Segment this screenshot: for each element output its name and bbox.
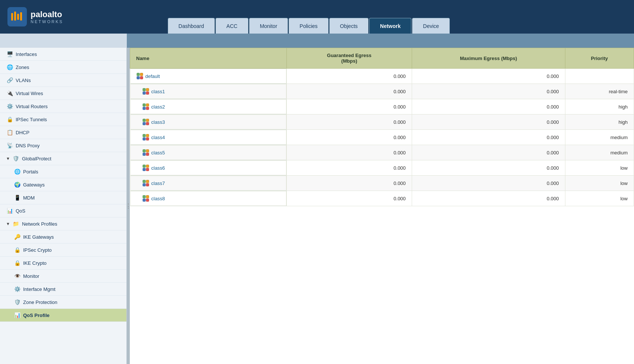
svg-rect-37 (146, 195, 149, 198)
link-class8[interactable]: class8 (151, 196, 165, 201)
sidebar-item-qos[interactable]: 📊 QoS (0, 204, 126, 217)
sidebar-label-ike-crypto: IKE Crypto (23, 260, 47, 266)
svg-rect-9 (146, 88, 149, 91)
cell-maximum-class2: 0.000 (412, 99, 565, 114)
svg-rect-31 (146, 168, 149, 171)
col-header-maximum-egress: Maximum Egress (Mbps) (412, 48, 565, 69)
sidebar-label-virtual-wires: Virtual Wires (16, 91, 43, 96)
sidebar-item-ike-crypto[interactable]: 🔒 IKE Crypto (0, 257, 126, 270)
table-row: default 0.000 0.000 (130, 69, 634, 84)
cell-name-class2: class2 (130, 99, 287, 114)
cell-name-class7: class7 (130, 176, 287, 191)
sidebar-label-qos: QoS (16, 208, 25, 214)
sidebar-item-ipsec-crypto[interactable]: 🔒 IPSec Crypto (0, 244, 126, 257)
link-class1[interactable]: class1 (151, 89, 165, 94)
cell-maximum-class7: 0.000 (412, 176, 565, 191)
svg-rect-19 (146, 122, 149, 125)
main-layout: 🖥️ Interfaces 🌐 Zones 🔗 VLANs 🔌 Virtual … (0, 48, 634, 364)
sidebar-item-network-profiles[interactable]: ▼ 📁 Network Profiles (0, 217, 126, 230)
qos-profile-table: Name Guaranteed Egress(Mbps) Maximum Egr… (130, 48, 634, 206)
cell-priority-class8: low (565, 191, 634, 206)
tab-monitor[interactable]: Monitor (249, 18, 288, 34)
sidebar-item-qos-profile[interactable]: 📊 QoS Profile (0, 309, 126, 322)
svg-rect-16 (143, 119, 145, 122)
portals-icon: 🌐 (13, 168, 21, 175)
svg-rect-35 (146, 183, 149, 186)
sidebar-label-zones: Zones (16, 65, 29, 70)
svg-rect-32 (143, 180, 145, 183)
cell-priority-class1: real-time (565, 84, 634, 99)
svg-rect-13 (146, 104, 149, 106)
qos-icon: 📊 (6, 207, 13, 214)
sub-header (127, 34, 634, 48)
svg-rect-29 (146, 165, 149, 167)
sidebar-item-zone-protection[interactable]: 🛡️ Zone Protection (0, 296, 126, 309)
cell-priority-default (565, 69, 634, 84)
link-class4[interactable]: class4 (151, 135, 165, 140)
mdm-icon: 📱 (13, 194, 21, 201)
cell-name-default: default (130, 69, 287, 84)
sidebar-item-monitor[interactable]: 👁️ Monitor (0, 270, 126, 283)
ike-gateways-icon: 🔑 (13, 233, 21, 241)
sidebar-label-virtual-routers: Virtual Routers (16, 104, 48, 109)
sidebar-item-dhcp[interactable]: 📋 DHCP (0, 126, 126, 139)
link-class7[interactable]: class7 (151, 181, 165, 186)
link-class2[interactable]: class2 (151, 104, 165, 110)
sidebar-item-ipsec-tunnels[interactable]: 🔒 IPSec Tunnels (0, 113, 126, 126)
tab-dashboard[interactable]: Dashboard (168, 18, 215, 34)
tab-device[interactable]: Device (412, 18, 450, 34)
globalprotect-toggle[interactable]: ▼ (6, 156, 10, 161)
sidebar-item-zones[interactable]: 🌐 Zones (0, 61, 126, 74)
cell-priority-class2: high (565, 99, 634, 114)
sidebar-item-mdm[interactable]: 📱 MDM (0, 191, 126, 204)
link-class5[interactable]: class5 (151, 150, 165, 156)
monitor-icon: 👁️ (13, 272, 21, 280)
sidebar-item-interface-mgmt[interactable]: ⚙️ Interface Mgmt (0, 283, 126, 296)
sidebar-item-virtual-routers[interactable]: ⚙️ Virtual Routers (0, 100, 126, 113)
ipsec-tunnels-icon: 🔒 (6, 116, 13, 123)
cell-guaranteed-class8: 0.000 (287, 191, 412, 206)
sidebar-item-dns-proxy[interactable]: 📡 DNS Proxy (0, 139, 126, 152)
sidebar-item-gateways[interactable]: 🌍 Gateways (0, 178, 126, 191)
class7-icon (142, 180, 149, 186)
svg-rect-21 (146, 134, 149, 137)
svg-rect-2 (17, 14, 19, 20)
link-class6[interactable]: class6 (151, 165, 165, 171)
resize-handle[interactable]: ⋮ (127, 48, 130, 364)
tab-network[interactable]: Network (369, 18, 411, 34)
sidebar-item-portals[interactable]: 🌐 Portals (0, 165, 126, 178)
brand-name: paloalto (31, 10, 63, 19)
sidebar-label-zone-protection: Zone Protection (23, 299, 57, 305)
svg-rect-24 (143, 150, 145, 152)
sidebar-label-ipsec-crypto: IPSec Crypto (23, 247, 52, 253)
gateways-icon: 🌍 (13, 181, 21, 188)
ipsec-crypto-icon: 🔒 (13, 246, 21, 254)
sidebar-label-globalprotect: GlobalProtect (22, 156, 51, 161)
sidebar-item-interfaces[interactable]: 🖥️ Interfaces (0, 48, 126, 61)
sidebar: 🖥️ Interfaces 🌐 Zones 🔗 VLANs 🔌 Virtual … (0, 48, 127, 364)
sidebar-item-globalprotect[interactable]: ▼ 🛡️ GlobalProtect (0, 152, 126, 165)
sidebar-item-virtual-wires[interactable]: 🔌 Virtual Wires (0, 87, 126, 100)
sidebar-item-vlans[interactable]: 🔗 VLANs (0, 74, 126, 87)
class1-icon (142, 88, 149, 95)
default-row-icon (136, 73, 143, 79)
tab-acc[interactable]: ACC (216, 18, 248, 34)
network-profiles-toggle[interactable]: ▼ (6, 222, 10, 226)
svg-rect-39 (146, 199, 149, 201)
cell-maximum-class6: 0.000 (412, 160, 565, 176)
class3-icon (142, 119, 149, 125)
svg-rect-20 (143, 134, 145, 137)
tab-objects[interactable]: Objects (329, 18, 368, 34)
sidebar-item-ike-gateways[interactable]: 🔑 IKE Gateways (0, 230, 126, 244)
link-class3[interactable]: class3 (151, 119, 165, 125)
globalprotect-icon: 🛡️ (12, 155, 20, 162)
cell-name-class3: class3 (130, 114, 287, 129)
cell-name-class5: class5 (130, 145, 287, 160)
brand-sub: NETWORKS (31, 19, 63, 24)
logo-area: paloalto NETWORKS (7, 7, 63, 26)
tab-policies[interactable]: Policies (289, 18, 328, 34)
svg-rect-6 (137, 76, 139, 79)
cell-maximum-default: 0.000 (412, 69, 565, 84)
cell-guaranteed-class2: 0.000 (287, 99, 412, 114)
link-default[interactable]: default (145, 73, 160, 79)
